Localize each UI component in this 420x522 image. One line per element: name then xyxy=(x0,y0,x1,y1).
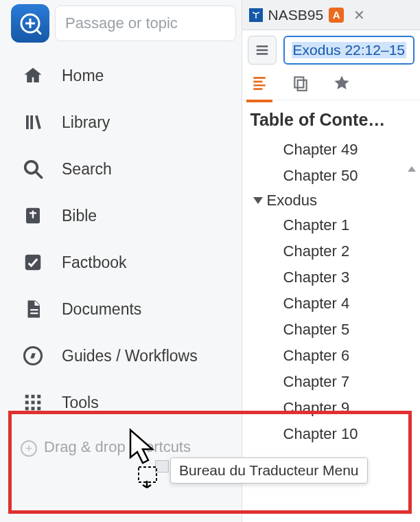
toc-chapter[interactable]: Chapter 10 xyxy=(253,421,420,447)
toc-chapter[interactable]: Chapter 50 xyxy=(253,163,420,189)
close-tab-button[interactable]: ✕ xyxy=(349,7,369,23)
reference-input[interactable]: Exodus 22:12–15 xyxy=(283,36,415,65)
svg-rect-20 xyxy=(32,407,35,410)
factbook-icon xyxy=(21,250,45,275)
favorite-button[interactable] xyxy=(333,74,351,95)
resource-toolbar xyxy=(242,70,420,100)
sidebar-item-bible[interactable]: Bible xyxy=(8,192,242,239)
toc-book-exodus[interactable]: Exodus xyxy=(253,189,420,212)
library-icon xyxy=(21,110,45,135)
logo-icon xyxy=(18,11,43,36)
sidebar-item-label: Documents xyxy=(62,300,141,319)
sidebar-item-home[interactable]: Home xyxy=(8,52,242,99)
sidebar-item-tools[interactable]: Tools xyxy=(8,379,242,426)
toc-chapter[interactable]: Chapter 2 xyxy=(253,238,420,264)
scroll-up-arrow-icon[interactable] xyxy=(408,166,416,172)
toc-heading: Table of Conte… xyxy=(242,100,420,137)
svg-rect-14 xyxy=(32,395,35,398)
passage-search-input[interactable] xyxy=(65,14,226,32)
documents-icon xyxy=(21,297,45,321)
svg-rect-18 xyxy=(37,401,40,405)
svg-rect-8 xyxy=(30,212,36,214)
svg-rect-19 xyxy=(25,407,29,410)
svg-rect-17 xyxy=(32,401,35,405)
sidebar-item-search[interactable]: Search xyxy=(8,146,242,192)
parallel-view-button[interactable] xyxy=(292,74,310,95)
toc-chapter[interactable]: Chapter 49 xyxy=(253,137,420,163)
toc-chapter[interactable]: Chapter 3 xyxy=(253,264,420,291)
plus-circle-icon: + xyxy=(21,440,37,457)
sidebar-item-label: Library xyxy=(62,113,110,132)
svg-rect-21 xyxy=(37,407,40,410)
toc-chapter[interactable]: Chapter 9 xyxy=(253,395,420,421)
grid-icon xyxy=(21,390,45,415)
sidebar-item-label: Search xyxy=(62,160,112,179)
sidebar-top xyxy=(8,0,242,48)
toc-book-label: Exodus xyxy=(267,192,317,209)
svg-rect-23 xyxy=(297,80,306,91)
resource-tabbar: NASB95 A ✕ xyxy=(242,0,420,30)
sidebar-item-label: Bible xyxy=(62,207,97,225)
compass-icon xyxy=(21,343,45,368)
sidebar-item-label: Tools xyxy=(62,394,99,412)
svg-rect-13 xyxy=(25,395,29,398)
svg-rect-15 xyxy=(37,395,40,398)
toc-chapter[interactable]: Chapter 5 xyxy=(253,317,420,343)
drag-preview-icon xyxy=(155,460,169,473)
toc-chapter[interactable]: Chapter 1 xyxy=(253,212,420,238)
audio-badge[interactable]: A xyxy=(329,8,344,23)
app-logo[interactable] xyxy=(11,4,49,43)
drag-drop-label: Drag & drop shortcuts xyxy=(44,438,191,456)
sidebar-item-label: Guides / Workflows xyxy=(62,347,198,365)
sidebar-nav: Home Library Search Bible xyxy=(8,48,242,426)
svg-line-3 xyxy=(36,30,40,34)
svg-line-5 xyxy=(36,172,42,178)
passage-search[interactable] xyxy=(55,5,236,41)
toc-chapter[interactable]: Chapter 7 xyxy=(253,369,420,395)
sidebar-item-library[interactable]: Library xyxy=(8,99,242,146)
home-icon xyxy=(21,63,45,88)
svg-rect-10 xyxy=(30,309,38,310)
resource-icon xyxy=(249,8,263,22)
resource-tab-title[interactable]: NASB95 xyxy=(268,7,324,23)
sidebar-item-documents[interactable]: Documents xyxy=(8,286,242,332)
toc-chapter[interactable]: Chapter 6 xyxy=(253,343,420,369)
sidebar-item-label: Factbook xyxy=(62,253,127,272)
resource-panel: NASB95 A ✕ Exodus 22:12–15 Table of Cont… xyxy=(242,0,420,522)
svg-rect-22 xyxy=(294,77,303,87)
sidebar-item-factbook[interactable]: Factbook xyxy=(8,239,242,286)
panel-menu-button[interactable] xyxy=(248,36,277,65)
sidebar-item-guides[interactable]: Guides / Workflows xyxy=(8,332,242,379)
svg-rect-7 xyxy=(32,211,34,218)
reference-bar: Exodus 22:12–15 xyxy=(242,30,420,70)
table-of-contents: Chapter 49 Chapter 50 Exodus Chapter 1 C… xyxy=(242,137,420,447)
sidebar-item-label: Home xyxy=(62,67,104,85)
svg-rect-11 xyxy=(30,313,38,314)
svg-rect-16 xyxy=(25,401,29,405)
toc-view-button[interactable] xyxy=(250,74,268,95)
drag-tooltip: Bureau du Traducteur Menu xyxy=(170,457,368,484)
reference-value: Exodus 22:12–15 xyxy=(292,42,406,58)
search-icon xyxy=(21,157,45,181)
bible-icon xyxy=(21,203,45,228)
sidebar: Home Library Search Bible xyxy=(0,0,242,522)
toc-chapter[interactable]: Chapter 4 xyxy=(253,291,420,317)
chevron-down-icon xyxy=(253,197,263,204)
